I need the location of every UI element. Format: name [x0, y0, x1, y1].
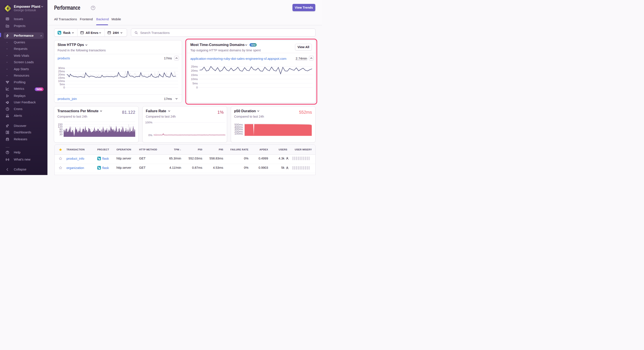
svg-text:30ms: 30ms — [58, 67, 65, 70]
svg-text:20ms: 20ms — [191, 69, 198, 72]
svg-text:20ms: 20ms — [58, 73, 65, 76]
svg-text:5ms: 5ms — [192, 82, 198, 85]
svg-text:10ms: 10ms — [58, 79, 65, 83]
svg-text:100ms: 100ms — [234, 132, 243, 135]
svg-text:0%: 0% — [148, 134, 152, 137]
svg-text:15ms: 15ms — [58, 76, 65, 79]
svg-text:30: 30 — [60, 133, 62, 136]
svg-text:15ms: 15ms — [191, 73, 198, 77]
svg-text:25ms: 25ms — [191, 65, 198, 68]
svg-text:0: 0 — [196, 86, 198, 89]
svg-text:0: 0 — [64, 86, 65, 89]
svg-text:10ms: 10ms — [191, 78, 198, 81]
svg-text:25ms: 25ms — [58, 70, 65, 73]
svg-text:5ms: 5ms — [60, 83, 65, 86]
svg-text:100%: 100% — [145, 121, 152, 124]
